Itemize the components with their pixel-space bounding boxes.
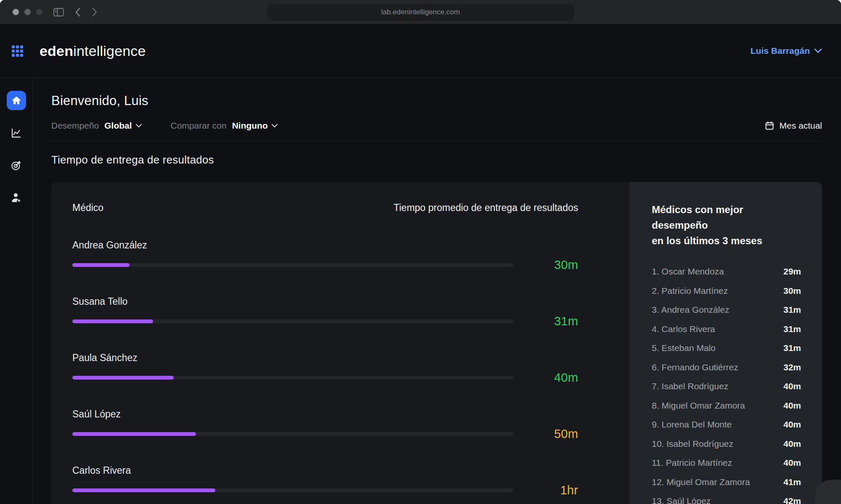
leaderboard-time: 31m (783, 305, 801, 315)
calendar-icon (764, 121, 775, 131)
sidebar (0, 78, 33, 504)
doctor-name: Carlos Rivera (72, 465, 578, 476)
leaderboard-doctor: 1. Oscar Mendoza (652, 267, 724, 277)
doctor-name: Andrea González (72, 240, 578, 251)
time-value: 50m (513, 427, 578, 441)
leaderboard-doctor: 12. Miguel Omar Zamora (652, 477, 750, 487)
leaderboard-time: 40m (783, 458, 801, 468)
sidebar-toggle-icon (53, 8, 64, 16)
leaderboard-item: 11. Patricio Martínez 40m (652, 458, 801, 468)
leaderboard-doctor: 5. Esteban Malo (652, 343, 716, 353)
bar-fill (72, 319, 153, 323)
doctor-name: Susana Tello (72, 296, 578, 307)
filter-divider (51, 141, 822, 141)
compare-filter-label: Comparar con (171, 121, 227, 131)
leaderboard-time: 40m (783, 439, 801, 449)
sidebar-item-analytics[interactable] (7, 123, 26, 142)
app-header: edenintelligence Luis Barragán (0, 24, 841, 78)
time-value: 40m (513, 371, 578, 385)
browser-window: lab.edenintelligence.com edenintelligenc… (0, 0, 841, 504)
leaderboard-item: 4. Carlos Rivera 31m (652, 324, 801, 334)
time-value: 30m (513, 258, 578, 272)
leaderboard-item: 5. Esteban Malo 31m (652, 343, 801, 353)
target-icon (11, 160, 22, 171)
app-logo: edenintelligence (40, 43, 146, 59)
leaderboard-doctor: 11. Patricio Martínez (652, 458, 732, 468)
close-window-button[interactable] (13, 9, 19, 15)
browser-toolbar: lab.edenintelligence.com (0, 0, 841, 24)
time-value: 1hr (513, 483, 578, 497)
leaderboard-item: 12. Miguel Omar Zamora 41m (652, 477, 801, 487)
bar-track (72, 376, 513, 380)
bar-fill (72, 263, 130, 267)
leaderboard-doctor: 9. Lorena Del Monte (652, 420, 732, 430)
leaderboard-title: Médicos con mejor desempeño en los últim… (652, 202, 801, 248)
chevron-right-icon (92, 8, 98, 17)
filter-bar: Desempeño Global Comparar con Ninguno (51, 121, 822, 131)
logo-light: intelligence (73, 43, 146, 59)
leaderboard-time: 29m (783, 267, 801, 277)
sidebar-item-home[interactable] (7, 91, 26, 110)
leaderboard-doctor: 13. Saúl López (652, 496, 711, 504)
forward-button[interactable] (92, 8, 98, 17)
leaderboard-time: 42m (783, 496, 801, 504)
chevron-down-icon (271, 124, 278, 128)
bar-track (72, 432, 513, 436)
back-button[interactable] (75, 8, 81, 17)
user-name: Luis Barragán (751, 46, 810, 56)
compare-filter-value: Ninguno (232, 121, 268, 131)
leaderboard-time: 30m (783, 286, 801, 296)
doctor-name: Paula Sánchez (72, 352, 578, 364)
minimize-window-button[interactable] (24, 9, 31, 15)
leaderboard-time: 31m (783, 343, 801, 353)
leaderboard-item: 3. Andrea González 31m (652, 305, 801, 315)
address-bar-url: lab.edenintelligence.com (381, 8, 460, 16)
section-title: Tiempo de entrega de resultados (51, 153, 822, 166)
leaderboard-item: 2. Patricio Martínez 30m (652, 286, 801, 296)
compare-filter-dropdown[interactable]: Ninguno (232, 121, 278, 131)
zoom-window-button[interactable] (36, 9, 42, 15)
chevron-down-icon (814, 48, 822, 53)
column-header-doctor: Médico (72, 202, 103, 214)
main-content: Bienvenido, Luis Desempeño Global Compar… (33, 78, 841, 504)
bar-track (72, 319, 513, 323)
period-selector[interactable]: Mes actual (764, 121, 822, 131)
leaderboard-doctor: 8. Miguel Omar Zamora (652, 401, 745, 411)
leaderboard-item: 10. Isabel Rodríguez 40m (652, 439, 801, 449)
sidebar-item-goals[interactable] (7, 156, 26, 175)
app-grid-icon[interactable] (12, 45, 23, 57)
leaderboard-doctor: 7. Isabel Rodríguez (652, 381, 728, 391)
leaderboard-item: 1. Oscar Mendoza 29m (652, 267, 801, 277)
bar-track (72, 263, 513, 267)
leaderboard-list: 1. Oscar Mendoza 29m 2. Patricio Martíne… (652, 267, 801, 504)
leaderboard-panel: Médicos con mejor desempeño en los últim… (629, 182, 822, 504)
user-menu[interactable]: Luis Barragán (751, 46, 822, 56)
performance-filter-dropdown[interactable]: Global (104, 121, 142, 131)
address-bar[interactable]: lab.edenintelligence.com (267, 4, 574, 21)
leaderboard-time: 40m (783, 381, 801, 391)
bar-fill (72, 488, 215, 492)
leaderboard-time: 32m (783, 362, 801, 372)
performance-filter-value: Global (104, 121, 132, 131)
leaderboard-time: 40m (783, 401, 801, 411)
chart-row: Andrea González 30m (72, 240, 578, 272)
leaderboard-item: 6. Fernando Gutiérrez 32m (652, 362, 801, 372)
chart-rows: Andrea González 30m Susana Tel (72, 240, 578, 504)
page-title: Bienvenido, Luis (51, 93, 822, 108)
home-icon (11, 95, 21, 106)
toggle-sidebar-button[interactable] (53, 8, 64, 16)
sidebar-item-doctors[interactable] (7, 188, 26, 207)
column-header-time: Tiempo promedio de entrega de resultados (394, 202, 578, 214)
chevron-left-icon (75, 8, 81, 17)
leaderboard-doctor: 2. Patricio Martínez (652, 286, 728, 296)
line-chart-icon (11, 127, 22, 139)
leaderboard-time: 31m (783, 324, 801, 334)
time-value: 31m (513, 314, 578, 328)
window-controls (13, 9, 42, 15)
chart-row: Susana Tello 31m (72, 296, 578, 328)
leaderboard-item: 7. Isabel Rodríguez 40m (652, 381, 801, 391)
leaderboard-item: 9. Lorena Del Monte 40m (652, 420, 801, 430)
bar-fill (72, 376, 174, 380)
period-value: Mes actual (779, 121, 822, 131)
leaderboard-doctor: 4. Carlos Rivera (652, 324, 715, 334)
